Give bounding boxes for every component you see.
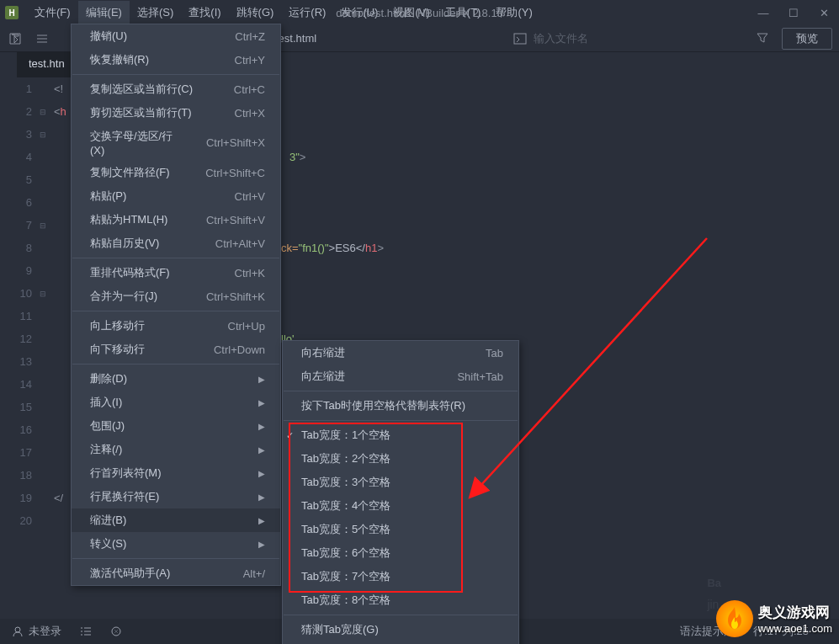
expand-icon[interactable] — [34, 30, 50, 47]
shortcut-label: Ctrl+Up — [228, 320, 265, 333]
indent-submenu-dropdown: 向右缩进Tab向左缩进Shift+Tab按下Tab时使用空格代替制表符(R)✓T… — [282, 340, 519, 644]
submenu-arrow-icon: ▶ — [258, 445, 265, 455]
indent-menu-item-14[interactable]: 猜测Tab宽度(G) — [283, 618, 518, 641]
menu-label: Tab宽度：1个空格 — [301, 428, 503, 443]
edit-menu-item-22[interactable]: 行尾换行符(E)▶ — [72, 485, 280, 508]
menu-label: 合并为一行(J) — [90, 289, 181, 304]
menu-label: Tab宽度：7个空格 — [301, 569, 503, 584]
indent-menu-item-3[interactable]: 按下Tab时使用空格代替制表符(R) — [283, 394, 518, 418]
shortcut-label: Ctrl+Y — [235, 54, 265, 67]
indent-menu-item-7[interactable]: Tab宽度：3个空格 — [283, 471, 518, 494]
indent-menu-item-1[interactable]: 向左缩进Shift+Tab — [283, 365, 518, 388]
menu-label: 行尾换行符(E) — [90, 489, 243, 504]
flame-icon — [716, 600, 753, 637]
search-input[interactable]: 输入文件名 — [534, 31, 588, 46]
indent-menu-item-11[interactable]: Tab宽度：7个空格 — [283, 565, 518, 588]
shortcut-label: Ctrl+Shift+X — [206, 136, 265, 149]
menu-select[interactable]: 选择(S) — [130, 1, 181, 24]
indent-menu-item-10[interactable]: Tab宽度：6个空格 — [283, 541, 518, 565]
menu-run[interactable]: 运行(R) — [281, 1, 333, 24]
indent-menu-item-12[interactable]: Tab宽度：8个空格 — [283, 588, 518, 612]
list-icon[interactable] — [80, 625, 92, 637]
back-icon[interactable] — [7, 30, 24, 47]
menu-label: 缩进(B) — [90, 513, 243, 528]
submenu-arrow-icon: ▶ — [258, 398, 265, 407]
submenu-arrow-icon: ▶ — [258, 540, 265, 549]
menu-label: Tab宽度：8个空格 — [301, 593, 503, 608]
shortcut-label: Alt+/ — [243, 567, 265, 580]
menu-label: 向右缩进 — [301, 345, 460, 360]
edit-menu-item-9[interactable]: 粘贴自历史(V)Ctrl+Alt+V — [72, 232, 280, 255]
submenu-arrow-icon: ▶ — [258, 469, 265, 478]
menu-separator — [72, 74, 279, 75]
edit-menu-item-4[interactable]: 剪切选区或当前行(T)Ctrl+X — [72, 101, 280, 125]
minimize-button[interactable]: — — [748, 1, 778, 24]
menu-goto[interactable]: 跳转(G) — [229, 1, 282, 24]
menu-label: 粘贴为HTML(H) — [90, 212, 181, 227]
breadcrumb-item[interactable]: test.html — [275, 32, 316, 45]
maximize-button[interactable]: ☐ — [778, 1, 809, 24]
edit-menu-item-7[interactable]: 粘贴(P)Ctrl+V — [72, 184, 280, 208]
shortcut-label: Ctrl+Shift+K — [206, 290, 265, 303]
edit-menu-item-12[interactable]: 合并为一行(J)Ctrl+Shift+K — [72, 285, 280, 308]
window-controls: — ☐ ✕ — [748, 1, 839, 24]
menu-separator — [72, 311, 279, 311]
menu-separator — [284, 391, 518, 391]
menu-separator — [72, 364, 279, 365]
app-logo: H — [5, 6, 19, 19]
menu-find[interactable]: 查找(I) — [181, 1, 228, 24]
edit-menu-item-20[interactable]: 注释(/)▶ — [72, 438, 280, 461]
menu-label: Tab宽度：2个空格 — [301, 451, 503, 466]
edit-menu-item-17[interactable]: 删除(D)▶ — [72, 367, 280, 391]
menu-file[interactable]: 文件(F) — [27, 1, 78, 24]
menu-label: 包围(J) — [90, 418, 243, 434]
menu-edit[interactable]: 编辑(E) — [78, 1, 130, 24]
edit-menu-item-15[interactable]: 向下移动行Ctrl+Down — [72, 338, 280, 361]
search-box: 输入文件名 预览 — [513, 28, 832, 50]
menu-label: 转义(S) — [90, 536, 243, 551]
menu-separator — [284, 615, 518, 615]
svg-rect-0 — [514, 34, 526, 44]
indent-menu-item-9[interactable]: Tab宽度：5个空格 — [283, 518, 518, 541]
menu-label: 向下移动行 — [90, 342, 189, 357]
edit-menu-item-6[interactable]: 复制文件路径(F)Ctrl+Shift+C — [72, 161, 280, 184]
shortcut-label: Ctrl+X — [235, 107, 265, 120]
terminal-icon[interactable] — [513, 32, 527, 45]
tab-test-html[interactable]: test.htn — [17, 52, 77, 77]
filter-icon[interactable] — [757, 32, 770, 45]
indent-menu-item-8[interactable]: Tab宽度：4个空格 — [283, 494, 518, 518]
edit-menu-item-8[interactable]: 粘贴为HTML(H)Ctrl+Shift+V — [72, 208, 280, 232]
login-status[interactable]: 未登录 — [12, 624, 61, 639]
menu-label: 激活代码助手(A) — [90, 566, 218, 581]
shortcut-label: Ctrl+Shift+V — [206, 214, 265, 226]
titlebar: H 文件(F) 编辑(E) 选择(S) 查找(I) 跳转(G) 运行(R) 发行… — [0, 0, 839, 25]
edit-menu-item-21[interactable]: 行首列表符(M)▶ — [72, 461, 280, 485]
edit-menu-item-0[interactable]: 撤销(U)Ctrl+Z — [72, 24, 280, 48]
shortcut-label: Shift+Tab — [457, 370, 503, 383]
menu-label: Tab宽度：5个空格 — [301, 522, 503, 537]
shortcut-label: Ctrl+C — [234, 83, 265, 96]
edit-menu-item-18[interactable]: 插入(I)▶ — [72, 391, 280, 414]
menu-separator — [284, 420, 518, 421]
edit-menu-item-3[interactable]: 复制选区或当前行(C)Ctrl+C — [72, 77, 280, 101]
edit-menu-item-5[interactable]: 交换字母/选区/行(X)Ctrl+Shift+X — [72, 125, 280, 161]
edit-menu-dropdown: 撤销(U)Ctrl+Z恢复撤销(R)Ctrl+Y复制选区或当前行(C)Ctrl+… — [71, 24, 281, 586]
edit-menu-item-11[interactable]: 重排代码格式(F)Ctrl+K — [72, 261, 280, 285]
indent-menu-item-6[interactable]: Tab宽度：2个空格 — [283, 447, 518, 471]
menu-label: Tab宽度：6个空格 — [301, 546, 503, 561]
indent-menu-item-5[interactable]: ✓Tab宽度：1个空格 — [283, 423, 518, 447]
sync-icon[interactable] — [110, 625, 122, 637]
edit-menu-item-26[interactable]: 激活代码助手(A)Alt+/ — [72, 562, 280, 585]
menu-label: 猜测Tab宽度(G) — [301, 622, 503, 637]
shortcut-label: Ctrl+V — [235, 190, 265, 203]
indent-menu-item-0[interactable]: 向右缩进Tab — [283, 341, 518, 365]
close-button[interactable]: ✕ — [809, 1, 839, 24]
edit-menu-item-1[interactable]: 恢复撤销(R)Ctrl+Y — [72, 48, 280, 72]
submenu-arrow-icon: ▶ — [258, 375, 265, 384]
edit-menu-item-14[interactable]: 向上移动行Ctrl+Up — [72, 314, 280, 338]
preview-button[interactable]: 预览 — [782, 28, 832, 50]
edit-menu-item-24[interactable]: 转义(S)▶ — [72, 532, 280, 556]
edit-menu-item-19[interactable]: 包围(J)▶ — [72, 414, 280, 438]
svg-point-2 — [15, 627, 20, 632]
edit-menu-item-23[interactable]: 缩进(B)▶ — [72, 508, 280, 532]
